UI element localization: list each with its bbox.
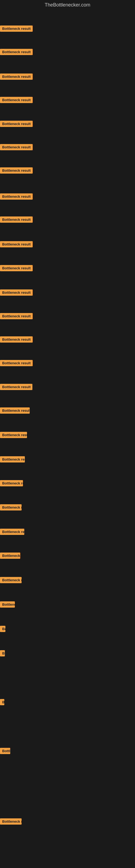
bottleneck-badge: Bottleneck result <box>0 336 33 343</box>
bottleneck-badge: Bottleneck result <box>0 818 21 825</box>
bottleneck-item: Bottleneck result <box>0 553 20 560</box>
bottleneck-item: Bottleneck result <box>0 432 27 439</box>
bottleneck-badge: Bottleneck result <box>0 49 33 55</box>
bottleneck-item: Bottleneck result <box>0 360 33 367</box>
bottleneck-item: Bottleneck result <box>0 49 33 56</box>
bottleneck-item: Bottleneck result <box>0 97 33 104</box>
bottleneck-item: Bottleneck result <box>0 336 33 344</box>
bottleneck-item: Bottleneck result <box>0 121 33 128</box>
bottleneck-badge: Bottleneck result <box>0 144 33 150</box>
bottleneck-badge: Bottleneck result <box>0 699 4 705</box>
bottleneck-item: Bottleneck result <box>0 407 30 415</box>
bottleneck-item: Bottleneck result <box>0 144 33 151</box>
bottleneck-badge: Bottleneck result <box>0 504 21 510</box>
bottleneck-item: Bottleneck result <box>0 384 32 391</box>
bottleneck-item: Bottleneck result <box>0 650 5 657</box>
bottleneck-item: Bottleneck result <box>0 818 21 826</box>
bottleneck-badge: Bottleneck result <box>0 432 27 438</box>
bottleneck-badge: Bottleneck result <box>0 193 33 199</box>
bottleneck-badge: Bottleneck result <box>0 241 33 247</box>
bottleneck-item: Bottleneck result <box>0 73 33 81</box>
bottleneck-item: Bottleneck result <box>0 601 15 609</box>
bottleneck-badge: Bottleneck result <box>0 167 33 174</box>
bottleneck-item: Bottleneck result <box>0 26 33 33</box>
bottleneck-badge: Bottleneck result <box>0 360 33 366</box>
bottleneck-badge: Bottleneck result <box>0 407 30 414</box>
bottleneck-item: Bottleneck result <box>0 216 33 224</box>
bottleneck-badge: Bottleneck result <box>0 26 33 32</box>
bottleneck-badge: Bottleneck result <box>0 73 33 80</box>
bottleneck-badge: Bottleneck result <box>0 577 21 583</box>
site-title: TheBottlenecker.com <box>0 0 135 10</box>
bottleneck-badge: Bottleneck result <box>0 289 33 296</box>
bottleneck-badge: Bottleneck result <box>0 529 24 535</box>
bottleneck-item: Bottleneck result <box>0 265 33 272</box>
bottleneck-badge: Bottleneck result <box>0 384 32 390</box>
bottleneck-badge: Bottleneck result <box>0 216 33 223</box>
bottleneck-badge: Bottleneck result <box>0 748 10 754</box>
bottleneck-item: Bottleneck result <box>0 504 21 512</box>
bottleneck-badge: Bottleneck result <box>0 97 33 103</box>
bottleneck-badge: Bottleneck result <box>0 121 33 127</box>
bottleneck-badge: Bottleneck result <box>0 601 15 608</box>
bottleneck-item: Bottleneck result <box>0 241 33 248</box>
bottleneck-item: Bottleneck result <box>0 626 5 633</box>
bottleneck-badge: Bottleneck result <box>0 553 20 559</box>
bottleneck-item: Bottleneck result <box>0 699 4 706</box>
bottleneck-item: Bottleneck result <box>0 480 23 488</box>
bottleneck-badge: Bottleneck result <box>0 456 25 463</box>
bottleneck-item: Bottleneck result <box>0 456 25 464</box>
bottleneck-badge: Bottleneck result <box>0 650 5 656</box>
bottleneck-badge: Bottleneck result <box>0 313 33 319</box>
bottleneck-badge: Bottleneck result <box>0 626 5 632</box>
bottleneck-badge: Bottleneck result <box>0 480 23 486</box>
bottleneck-item: Bottleneck result <box>0 289 33 297</box>
bottleneck-item: Bottleneck result <box>0 167 33 175</box>
bottleneck-badge: Bottleneck result <box>0 265 33 271</box>
bottleneck-item: Bottleneck result <box>0 748 10 755</box>
bottleneck-item: Bottleneck result <box>0 577 21 584</box>
bottleneck-item: Bottleneck result <box>0 313 33 320</box>
bottleneck-item: Bottleneck result <box>0 529 24 536</box>
bottleneck-item: Bottleneck result <box>0 193 33 201</box>
